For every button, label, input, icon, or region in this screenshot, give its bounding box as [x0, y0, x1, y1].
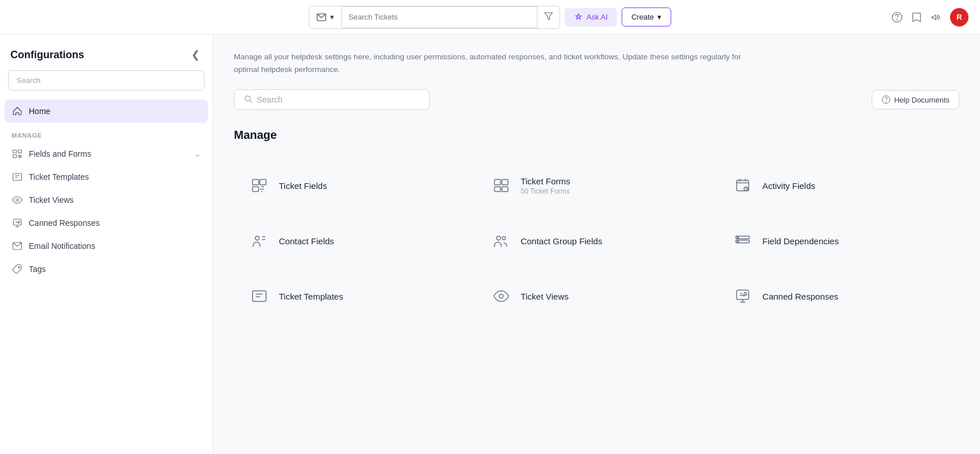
grid-item-label-ticket-views: Ticket Views: [521, 292, 569, 301]
grid-item-label-ticket-forms: Ticket Forms: [521, 176, 570, 186]
svg-point-11: [18, 221, 20, 223]
svg-rect-18: [252, 180, 259, 185]
top-header: ▾ Ask AI Create ▾: [0, 0, 980, 35]
content-search-input[interactable]: [257, 95, 420, 104]
sidebar-item-label-fields: Fields and Forms: [29, 149, 188, 158]
sidebar-item-ticket-templates[interactable]: Ticket Templates: [5, 165, 208, 188]
svg-rect-19: [260, 180, 266, 185]
svg-point-35: [499, 294, 503, 298]
page-description: Manage all your helpdesk settings here, …: [234, 51, 752, 75]
help-icon: [891, 12, 903, 23]
sidebar-item-home[interactable]: Home: [5, 100, 208, 123]
grid-item-activity-fields[interactable]: Activity Fields: [717, 158, 959, 213]
content-search-row: Help Documents: [234, 89, 959, 110]
svg-rect-21: [494, 180, 501, 185]
manage-grid: Ticket Fields Ticket Forms 50 Ticket For…: [234, 158, 959, 324]
header-search-area: ▾ Ask AI Create ▾: [309, 6, 671, 29]
svg-rect-5: [18, 150, 22, 153]
announce-icon: [930, 12, 942, 23]
filter-button[interactable]: [538, 6, 559, 28]
field-dependencies-icon: [731, 229, 754, 252]
sidebar-header: Configurations ❮: [0, 35, 213, 70]
svg-point-13: [18, 267, 20, 268]
content-search-icon: [244, 94, 252, 105]
sidebar-item-tags[interactable]: Tags: [5, 258, 208, 281]
activity-fields-icon: [731, 174, 754, 197]
sidebar-item-label-tags: Tags: [29, 264, 201, 274]
svg-point-9: [16, 199, 19, 202]
bookmark-icon: [911, 12, 922, 23]
svg-point-17: [886, 101, 887, 102]
svg-rect-24: [502, 187, 508, 192]
envelope-icon: [316, 12, 327, 22]
svg-rect-34: [252, 291, 266, 302]
grid-item-ticket-forms[interactable]: Ticket Forms 50 Ticket Forms: [476, 158, 718, 213]
grid-item-ticket-fields[interactable]: Ticket Fields: [234, 158, 476, 213]
ticket-views-grid-icon: [490, 285, 513, 308]
sidebar-title: Configurations: [10, 49, 84, 61]
grid-item-canned-responses[interactable]: Canned Responses: [717, 268, 959, 324]
grid-item-sublabel-ticket-forms: 50 Ticket Forms: [521, 187, 570, 195]
sidebar-item-canned-responses[interactable]: Canned Responses: [5, 211, 208, 234]
ticket-templates-icon: [12, 172, 23, 182]
filter-icon: [543, 11, 554, 21]
manage-section-title: Manage: [234, 128, 959, 142]
svg-point-14: [245, 96, 251, 101]
grid-item-contact-fields[interactable]: Contact Fields: [234, 213, 476, 268]
grid-item-label-activity-fields: Activity Fields: [762, 181, 815, 191]
grid-item-label-field-dependencies: Field Dependencies: [762, 236, 839, 246]
canned-responses-grid-icon: [731, 285, 754, 308]
svg-point-28: [496, 236, 500, 240]
bookmark-button[interactable]: [911, 12, 922, 23]
svg-point-33: [737, 241, 739, 242]
sidebar-item-ticket-views[interactable]: Ticket Views: [5, 188, 208, 211]
chevron-down-icon: ⌄: [194, 149, 201, 158]
sidebar-item-label-templates: Ticket Templates: [29, 172, 201, 181]
help-docs-icon: [881, 95, 891, 104]
sidebar-search-input[interactable]: [8, 70, 205, 90]
grid-item-contact-group-fields[interactable]: Contact Group Fields: [476, 213, 718, 268]
sidebar-nav: Home MANAGE Fields and Forms ⌄: [0, 100, 213, 281]
avatar[interactable]: R: [950, 8, 968, 27]
announce-button[interactable]: [930, 12, 942, 23]
content-search-box: [234, 89, 430, 110]
create-chevron-icon: ▾: [657, 13, 661, 21]
svg-point-3: [897, 19, 898, 20]
svg-rect-6: [13, 155, 17, 158]
create-button[interactable]: Create ▾: [622, 7, 671, 27]
sidebar-item-fields-and-forms[interactable]: Fields and Forms ⌄: [5, 142, 208, 165]
sidebar-item-email-notifications[interactable]: Email Notifications: [5, 234, 208, 258]
tags-icon: [12, 264, 23, 274]
ticket-fields-icon: [248, 174, 271, 197]
svg-line-15: [249, 101, 251, 103]
ask-ai-button[interactable]: Ask AI: [565, 8, 617, 27]
search-tickets-input[interactable]: [342, 6, 538, 28]
grid-item-label-canned-responses: Canned Responses: [762, 292, 838, 301]
svg-point-27: [255, 236, 259, 240]
grid-item-ticket-templates[interactable]: Ticket Templates: [234, 268, 476, 324]
sidebar-item-label-canned: Canned Responses: [29, 218, 201, 228]
sidebar: Configurations ❮ Home MANAGE: [0, 35, 213, 454]
ticket-templates-grid-icon: [248, 285, 271, 308]
contact-group-fields-icon: [490, 229, 513, 252]
grid-item-field-dependencies[interactable]: Field Dependencies: [717, 213, 959, 268]
grid-item-ticket-views[interactable]: Ticket Views: [476, 268, 718, 324]
ticket-type-button[interactable]: ▾: [309, 8, 342, 27]
search-bar-container: ▾: [309, 6, 560, 29]
svg-rect-36: [737, 290, 749, 300]
svg-rect-8: [13, 173, 22, 180]
header-icons: R: [891, 8, 968, 27]
grid-item-label-contact-fields: Contact Fields: [279, 236, 334, 246]
sidebar-item-label-email: Email Notifications: [29, 241, 201, 251]
sidebar-collapse-button[interactable]: ❮: [189, 46, 202, 63]
svg-point-32: [737, 237, 739, 238]
svg-point-29: [502, 237, 505, 240]
sidebar-item-label-home: Home: [29, 107, 201, 116]
help-docs-button[interactable]: Help Documents: [872, 90, 959, 109]
help-button[interactable]: [891, 12, 903, 23]
grid-item-label-ticket-templates: Ticket Templates: [279, 292, 343, 301]
svg-marker-1: [544, 13, 553, 20]
create-label: Create: [631, 13, 654, 21]
home-icon: [12, 106, 23, 116]
svg-rect-23: [494, 187, 501, 192]
